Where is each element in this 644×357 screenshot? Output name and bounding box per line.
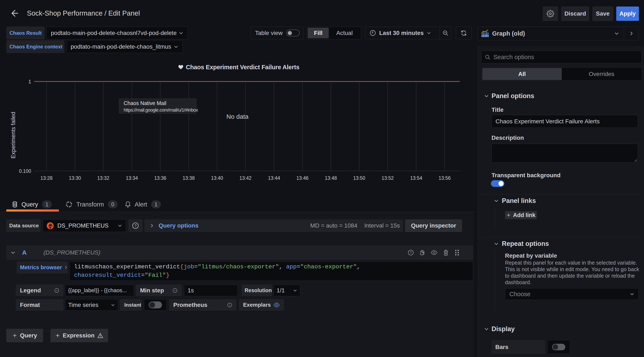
svg-text:i: i [230, 303, 230, 306]
svg-text:i: i [175, 289, 176, 292]
svg-text:?: ? [134, 224, 136, 228]
svg-text:i: i [56, 289, 57, 292]
svg-text:?: ? [410, 251, 412, 254]
